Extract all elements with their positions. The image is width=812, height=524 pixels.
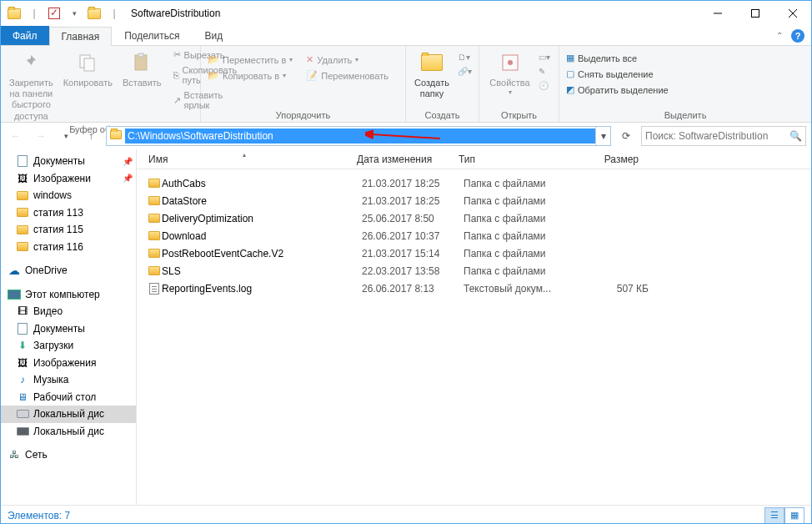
sidebar-item-music[interactable]: ♪Музыка [1, 371, 136, 389]
pin-button[interactable]: Закрепить на панели быстрого доступа [6, 48, 57, 123]
view-details-button[interactable]: ☰ [764, 507, 784, 524]
selectall-button[interactable]: ▦Выделить все [564, 51, 670, 65]
ribbon: Закрепить на панели быстрого доступа Коп… [1, 46, 811, 123]
paste-button[interactable]: Вставить [119, 48, 165, 90]
group-open-label: Открыть [484, 109, 554, 122]
up-button[interactable]: ↑ [81, 126, 101, 146]
search-placeholder: Поиск: SoftwareDistribution [645, 130, 768, 142]
tab-file[interactable]: Файл [1, 26, 49, 45]
maximize-button[interactable] [736, 2, 774, 26]
folder-icon [147, 231, 162, 240]
easyaccess-button[interactable]: 🔗▾ [456, 65, 474, 78]
documents-icon [16, 154, 29, 168]
invert-button[interactable]: ◩Обратить выделение [564, 83, 670, 97]
column-headers[interactable]: Имя Дата изменения Тип Размер [137, 149, 811, 169]
folder-icon [6, 5, 23, 22]
drive-icon [16, 425, 29, 438]
properties-icon [497, 49, 524, 76]
file-date: 26.06.2017 8:13 [362, 283, 464, 295]
newitem-button[interactable]: 🗋▾ [456, 51, 474, 63]
view-large-button[interactable]: ▦ [784, 507, 804, 524]
main: Документы📌 🖼Изображени📌 windows статия 1… [1, 149, 811, 505]
copy-button[interactable]: Копировать [60, 48, 116, 90]
search-icon: 🔍 [789, 130, 802, 142]
file-type: Папка с файлами [464, 248, 570, 259]
col-date[interactable]: Дата изменения [352, 154, 454, 165]
sidebar-item-s113[interactable]: статия 113 [1, 204, 136, 222]
status-count: Элементов: 7 [8, 510, 70, 521]
file-type: Текстовый докум... [464, 283, 570, 295]
file-type: Папка с файлами [464, 213, 570, 224]
qat-separator: | [26, 5, 43, 22]
textfile-icon [147, 283, 162, 295]
table-row[interactable]: DataStore21.03.2017 18:25Папка с файлами [137, 192, 811, 209]
pasteshortcut-button[interactable]: ↗Вставить ярлык [172, 88, 239, 112]
sidebar-item-onedrive[interactable]: ☁OneDrive [1, 262, 136, 280]
close-button[interactable] [774, 2, 811, 26]
sidebar-item-documents2[interactable]: Документы [1, 320, 136, 338]
address-bar[interactable]: ▾ [106, 126, 611, 146]
svg-rect-1 [751, 10, 759, 18]
collapse-ribbon-icon[interactable]: ⌃ [776, 31, 783, 40]
properties-button[interactable]: Свойства ▾ [486, 48, 533, 98]
sidebar-item-localdisk2[interactable]: Локальный дис [1, 423, 136, 441]
address-input[interactable] [125, 128, 595, 144]
video-icon: 🎞 [16, 305, 29, 318]
file-date: 26.06.2017 10:37 [362, 230, 464, 242]
open-button[interactable]: ▭▾ [537, 51, 552, 63]
sidebar-item-images2[interactable]: 🖼Изображения [1, 355, 136, 372]
tab-share[interactable]: Поделиться [112, 26, 192, 45]
sidebar-item-s116[interactable]: статия 116 [1, 239, 136, 256]
sidebar-item-video[interactable]: 🎞Видео [1, 303, 136, 320]
qat-dropdown[interactable]: ▾ [66, 5, 83, 22]
sidebar-item-s115[interactable]: статия 115 [1, 221, 136, 239]
sidebar-item-localdisk1[interactable]: Локальный дис [1, 406, 136, 423]
folder-icon [147, 249, 162, 258]
music-icon: ♪ [16, 373, 29, 386]
refresh-button[interactable]: ⟳ [616, 126, 636, 146]
paste-icon [128, 49, 155, 76]
rename-icon: 📝 [306, 70, 318, 81]
forward-button[interactable]: → [31, 126, 51, 146]
col-size[interactable]: Размер [560, 154, 644, 165]
search-box[interactable]: Поиск: SoftwareDistribution 🔍 [641, 126, 806, 146]
window-title: SoftwareDistribution [131, 8, 220, 19]
qat-check-icon[interactable] [46, 5, 63, 22]
table-row[interactable]: PostRebootEventCache.V221.03.2017 15:14П… [137, 244, 811, 262]
sidebar-item-thispc[interactable]: Этот компьютер [1, 286, 136, 304]
file-type: Папка с файлами [464, 230, 570, 242]
tab-home[interactable]: Главная [49, 27, 113, 46]
edit-button[interactable]: ✎ [537, 65, 552, 78]
selectall-icon: ▦ [566, 53, 574, 63]
minimize-button[interactable] [699, 2, 736, 26]
help-icon[interactable]: ? [791, 29, 804, 43]
recent-dropdown[interactable]: ▾ [56, 126, 76, 146]
rename-button[interactable]: 📝Переименовать [304, 68, 390, 83]
table-row[interactable]: Download26.06.2017 10:37Папка с файлами [137, 227, 811, 244]
history-button[interactable]: 🕘 [537, 79, 552, 92]
table-row[interactable]: AuthCabs21.03.2017 18:25Папка с файлами [137, 174, 811, 192]
col-name[interactable]: Имя [137, 154, 352, 165]
delete-button[interactable]: ✕Удалить ▾ [304, 53, 390, 67]
tab-view[interactable]: Вид [192, 26, 235, 45]
back-button[interactable]: ← [6, 126, 26, 146]
sidebar-item-desktop[interactable]: 🖥Рабочий стол [1, 389, 136, 406]
sidebar-item-windows[interactable]: windows [1, 187, 136, 204]
address-dropdown[interactable]: ▾ [595, 127, 610, 145]
table-row[interactable]: SLS22.03.2017 13:58Папка с файлами [137, 262, 811, 280]
newfolder-button[interactable]: Создать папку [411, 48, 453, 101]
sidebar-item-documents[interactable]: Документы📌 [1, 153, 136, 170]
sidebar-item-downloads[interactable]: ⬇Загрузки [1, 337, 136, 355]
deselect-button[interactable]: ▢Снять выделение [564, 67, 670, 81]
col-type[interactable]: Тип [454, 154, 560, 165]
moveto-button[interactable]: 📂Переместить в ▾ [206, 53, 294, 67]
navigation-pane[interactable]: Документы📌 🖼Изображени📌 windows статия 1… [1, 149, 137, 505]
table-row[interactable]: DeliveryOptimization25.06.2017 8:50Папка… [137, 209, 811, 227]
sidebar-item-network[interactable]: 🖧Сеть [1, 446, 136, 464]
group-select-label: Выделить [564, 109, 806, 122]
sidebar-item-images[interactable]: 🖼Изображени📌 [1, 170, 136, 188]
table-row[interactable]: ReportingEvents.log26.06.2017 8:13Тексто… [137, 280, 811, 297]
downloads-icon: ⬇ [16, 339, 29, 352]
file-name: DeliveryOptimization [162, 213, 362, 224]
copyto-button[interactable]: 📂Копировать в ▾ [206, 68, 294, 83]
